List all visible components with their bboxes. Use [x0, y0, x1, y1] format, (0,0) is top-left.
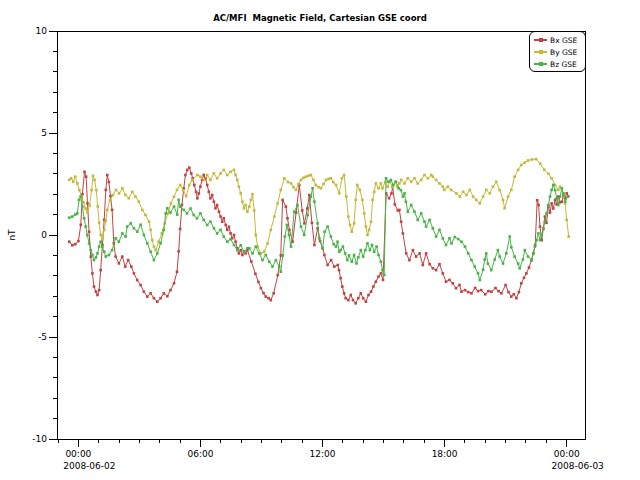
legend-box: Bx GSE By GSE Bz GSE	[529, 31, 586, 72]
data-point-marker	[363, 212, 366, 215]
data-point-marker	[539, 162, 542, 165]
data-point-marker	[390, 179, 393, 182]
data-point-marker	[284, 235, 287, 238]
data-point-marker	[218, 210, 221, 213]
data-point-marker	[479, 202, 482, 205]
data-point-marker	[303, 222, 306, 225]
data-point-marker	[280, 270, 283, 273]
data-point-marker	[361, 199, 364, 202]
data-point-marker	[472, 195, 475, 198]
data-point-marker	[93, 179, 96, 182]
data-point-marker	[213, 227, 216, 230]
data-point-marker	[438, 263, 441, 266]
data-point-marker	[323, 254, 326, 257]
data-point-marker	[517, 262, 520, 265]
data-point-marker	[98, 222, 101, 225]
data-point-marker	[290, 182, 293, 185]
x-date-label: 2008-06-02	[63, 461, 115, 471]
data-point-marker	[402, 195, 405, 198]
data-point-marker	[184, 174, 187, 177]
data-point-marker	[338, 192, 341, 195]
y-tick-label: 10	[36, 26, 48, 36]
data-point-marker	[366, 234, 369, 237]
data-point-marker	[216, 232, 219, 235]
data-point-marker	[292, 186, 295, 189]
data-point-marker	[196, 174, 199, 177]
legend-label-bz: Bz GSE	[550, 60, 577, 69]
data-point-marker	[127, 259, 130, 262]
data-point-marker	[118, 262, 121, 265]
data-point-marker	[549, 195, 552, 198]
data-point-marker	[427, 177, 430, 180]
data-point-marker	[105, 255, 108, 258]
data-point-marker	[352, 299, 355, 302]
data-point-marker	[74, 175, 77, 178]
data-point-marker	[364, 249, 367, 252]
data-point-marker	[276, 202, 279, 205]
data-point-marker	[518, 291, 521, 294]
data-point-marker	[535, 239, 538, 242]
data-point-marker	[83, 217, 86, 220]
data-point-marker	[536, 199, 539, 202]
data-point-marker	[432, 175, 435, 178]
data-point-marker	[243, 250, 246, 253]
data-point-marker	[169, 289, 172, 292]
data-point-marker	[557, 204, 560, 207]
data-point-marker	[271, 265, 274, 268]
data-point-marker	[479, 279, 482, 282]
data-point-marker	[510, 295, 513, 298]
legend-label-bx: Bx GSE	[550, 36, 577, 45]
data-point-marker	[296, 204, 299, 207]
data-point-marker	[462, 191, 465, 194]
data-point-marker	[375, 245, 378, 248]
data-point-marker	[482, 195, 485, 198]
data-point-marker	[392, 184, 395, 187]
data-point-marker	[510, 189, 513, 192]
data-point-marker	[395, 181, 398, 184]
data-point-marker	[354, 302, 357, 305]
y-tick-label: -5	[38, 332, 47, 342]
data-point-marker	[192, 214, 195, 217]
data-point-marker	[494, 287, 497, 290]
data-point-marker	[189, 207, 192, 210]
data-point-marker	[193, 184, 196, 187]
data-point-marker	[68, 216, 71, 219]
data-point-marker	[239, 244, 242, 247]
data-point-marker	[255, 245, 258, 248]
data-point-marker	[477, 272, 480, 275]
data-point-marker	[537, 204, 540, 207]
data-point-marker	[435, 179, 438, 182]
data-point-marker	[129, 222, 132, 225]
data-point-marker	[504, 284, 507, 287]
data-point-marker	[458, 284, 461, 287]
data-point-marker	[71, 244, 74, 247]
data-point-marker	[492, 185, 495, 188]
data-point-marker	[159, 297, 162, 300]
data-point-marker	[99, 240, 102, 243]
data-point-marker	[270, 299, 273, 302]
data-point-marker	[82, 201, 85, 204]
data-point-marker	[248, 247, 251, 250]
data-point-marker	[253, 209, 256, 212]
data-point-marker	[318, 237, 321, 240]
data-point-marker	[272, 292, 275, 295]
data-point-marker	[547, 204, 550, 207]
data-point-marker	[95, 189, 98, 192]
data-point-marker	[382, 279, 385, 282]
data-point-marker	[95, 256, 98, 259]
data-point-marker	[266, 242, 269, 245]
data-point-marker	[316, 222, 319, 225]
data-point-marker	[445, 244, 448, 247]
data-point-marker	[381, 187, 384, 190]
x-tick-label: 18:00	[432, 449, 458, 459]
data-point-marker	[442, 237, 445, 240]
data-point-marker	[371, 244, 374, 247]
data-point-marker	[372, 285, 375, 288]
data-point-marker	[219, 229, 222, 232]
data-point-marker	[435, 235, 438, 238]
data-point-marker	[339, 249, 342, 252]
data-point-marker	[295, 189, 298, 192]
data-point-marker	[154, 249, 157, 252]
data-point-marker	[226, 240, 229, 243]
data-point-marker	[420, 212, 423, 215]
